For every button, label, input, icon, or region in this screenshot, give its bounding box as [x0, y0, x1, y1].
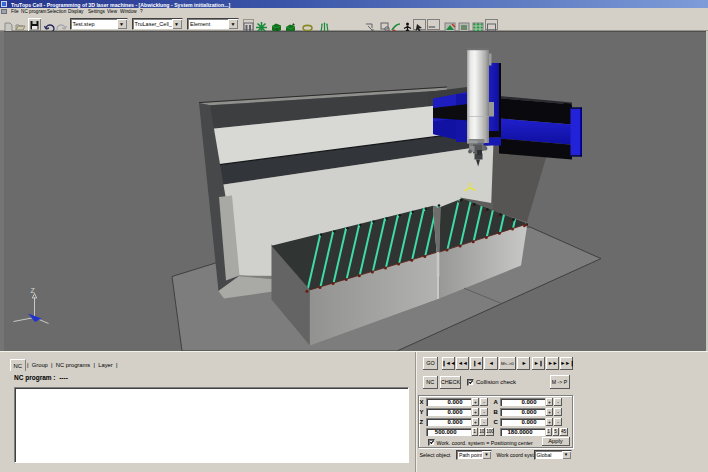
svg-text:Z: Z [31, 287, 36, 294]
svg-text:ʷʷ: ʷʷ [428, 24, 436, 31]
